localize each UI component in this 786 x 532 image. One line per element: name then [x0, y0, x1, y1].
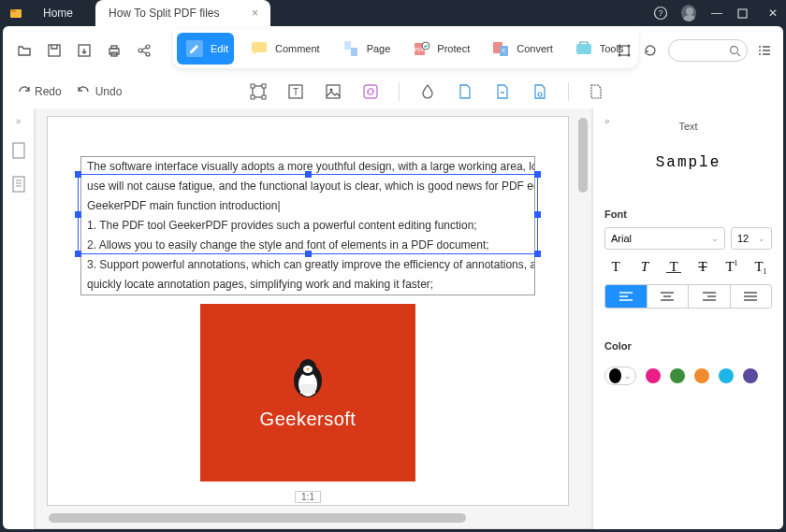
- underline-button[interactable]: T: [662, 259, 685, 275]
- tab-page[interactable]: Page: [333, 33, 397, 65]
- svg-point-10: [138, 49, 142, 52]
- select-box-icon[interactable]: [249, 82, 268, 101]
- scrollbar-thumb[interactable]: [49, 513, 466, 523]
- tab-protect-label: Protect: [437, 43, 470, 54]
- divider: [568, 82, 569, 101]
- close-icon[interactable]: ✕: [765, 7, 780, 20]
- share-icon[interactable]: [136, 42, 153, 59]
- color-swatch[interactable]: [743, 368, 758, 383]
- font-size-select[interactable]: 12 ⌄: [731, 227, 772, 250]
- color-label: Color: [604, 340, 772, 352]
- scrollbar-thumb[interactable]: [578, 118, 588, 193]
- help-icon[interactable]: ?: [653, 6, 668, 21]
- thumbnail-icon[interactable]: [10, 141, 27, 160]
- italic-button[interactable]: T: [633, 259, 656, 275]
- svg-rect-15: [344, 41, 351, 50]
- svg-rect-40: [327, 85, 340, 98]
- sample-preview: Sample: [604, 154, 772, 171]
- svg-rect-50: [300, 384, 315, 394]
- save-as-icon[interactable]: [76, 42, 93, 59]
- brand-image: Geekersoft: [200, 304, 415, 482]
- tab-page-label: Page: [367, 43, 391, 54]
- align-right-button[interactable]: [689, 285, 731, 308]
- svg-point-19: [422, 42, 429, 50]
- vertical-scrollbar[interactable]: [576, 116, 590, 506]
- image-tool-icon[interactable]: [324, 82, 342, 101]
- selection-box[interactable]: [78, 174, 538, 254]
- tab-home[interactable]: Home: [30, 0, 86, 26]
- chevron-down-icon: ⌄: [711, 234, 719, 243]
- tools-icon: [572, 36, 596, 61]
- drop-icon[interactable]: [418, 82, 437, 101]
- color-dropdown[interactable]: ⌄: [604, 367, 636, 385]
- chevron-down-icon: ⌄: [758, 234, 765, 243]
- svg-text:?: ?: [658, 8, 662, 18]
- svg-point-28: [628, 54, 631, 57]
- tab-protect[interactable]: PDF Protect: [403, 33, 475, 65]
- doc1-icon[interactable]: [456, 82, 474, 101]
- color-swatch[interactable]: [646, 368, 661, 383]
- svg-rect-44: [13, 143, 24, 158]
- tab-convert[interactable]: X Convert: [483, 33, 559, 65]
- font-family-select[interactable]: Arial ⌄: [604, 227, 725, 250]
- color-swatch[interactable]: [719, 368, 734, 383]
- color-swatch[interactable]: [670, 368, 685, 383]
- print-icon[interactable]: [106, 42, 123, 59]
- undo-label: Undo: [95, 85, 123, 98]
- tab-comment-label: Comment: [275, 43, 320, 54]
- resize-handle[interactable]: [75, 251, 81, 257]
- align-left-button[interactable]: [605, 285, 648, 308]
- color-swatch[interactable]: [694, 368, 709, 383]
- tab-edit[interactable]: Edit: [177, 33, 234, 65]
- page-canvas[interactable]: The software interface visually adopts a…: [47, 116, 569, 506]
- strikethrough-button[interactable]: T: [691, 259, 714, 275]
- resize-handle[interactable]: [75, 171, 81, 178]
- save-icon[interactable]: [46, 42, 63, 59]
- page-number: 1:1: [295, 491, 321, 503]
- minimize-icon[interactable]: —: [709, 7, 724, 20]
- resize-handle[interactable]: [75, 211, 81, 218]
- align-center-button[interactable]: [648, 285, 690, 308]
- edit-icon: [182, 36, 207, 61]
- bold-button[interactable]: T: [604, 259, 627, 275]
- link-tool-icon[interactable]: [361, 82, 380, 101]
- redo-button[interactable]: Redo: [16, 84, 62, 99]
- collapse-left-icon[interactable]: »: [16, 116, 22, 126]
- tab-close-icon[interactable]: ×: [248, 7, 263, 20]
- resize-handle[interactable]: [305, 171, 312, 178]
- svg-point-41: [330, 89, 333, 92]
- tab-label: How To Split PDF files: [109, 7, 219, 20]
- svg-rect-8: [111, 46, 117, 49]
- svg-rect-5: [49, 45, 60, 56]
- tab-comment[interactable]: Comment: [241, 33, 326, 65]
- doc3-icon[interactable]: [531, 82, 549, 101]
- refresh-icon[interactable]: [642, 42, 659, 59]
- transform-icon[interactable]: [616, 42, 633, 59]
- svg-text:X: X: [502, 48, 505, 53]
- font-size-value: 12: [737, 233, 749, 244]
- align-justify-button[interactable]: [731, 285, 772, 308]
- horizontal-scrollbar[interactable]: [47, 511, 569, 525]
- resize-handle[interactable]: [534, 171, 541, 178]
- text-line: quickly locate annotation pages, simplif…: [81, 275, 534, 295]
- app-icon: [9, 7, 22, 20]
- maximize-icon[interactable]: [737, 8, 752, 19]
- superscript-button[interactable]: T: [720, 259, 743, 275]
- page-viewport[interactable]: The software interface visually adopts a…: [35, 108, 592, 529]
- resize-handle[interactable]: [534, 251, 541, 257]
- left-rail: »: [3, 108, 35, 529]
- resize-handle[interactable]: [305, 251, 312, 257]
- doc2-icon[interactable]: [493, 82, 512, 101]
- search-input[interactable]: [668, 39, 748, 62]
- open-icon[interactable]: [16, 42, 33, 59]
- doc-split-icon[interactable]: [588, 82, 606, 101]
- subscript-button[interactable]: T: [750, 259, 772, 275]
- undo-button[interactable]: Undo: [77, 84, 123, 99]
- resize-handle[interactable]: [534, 211, 541, 218]
- text-tool-icon[interactable]: T: [286, 82, 305, 101]
- convert-icon: X: [488, 36, 513, 61]
- outline-icon[interactable]: [10, 175, 27, 194]
- menu-list-icon[interactable]: [757, 43, 772, 58]
- avatar-icon[interactable]: [681, 5, 696, 22]
- tab-active[interactable]: How To Split PDF files ×: [95, 0, 269, 26]
